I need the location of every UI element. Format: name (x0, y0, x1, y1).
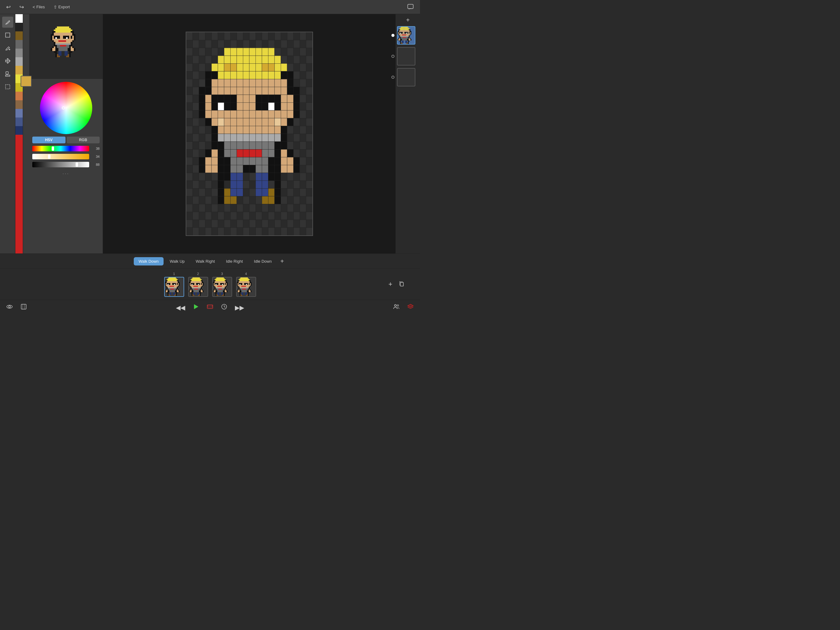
frame2-preview-canvas (189, 277, 207, 296)
color-wheel-container[interactable] (40, 82, 92, 134)
rewind-button[interactable]: ◀◀ (175, 303, 186, 313)
swatch-black[interactable] (15, 23, 23, 32)
layer2-radio[interactable] (392, 55, 395, 58)
swatch-brown[interactable] (15, 32, 23, 40)
wheel-cursor (62, 106, 65, 109)
film-button[interactable] (205, 302, 215, 313)
picker-options[interactable]: ... (62, 170, 69, 175)
frame-item-4: 4 (235, 272, 257, 297)
frame4-label: 4 (245, 272, 247, 275)
walk-up-tab[interactable]: Walk Up (165, 257, 190, 266)
select-tool[interactable] (2, 81, 13, 92)
swatch-blue3[interactable] (15, 126, 23, 135)
walk-down-tab[interactable]: Walk Down (134, 257, 164, 266)
swatch-tan1[interactable] (15, 92, 23, 100)
copy-frame-button[interactable] (398, 280, 405, 288)
canvas-area[interactable] (103, 14, 395, 253)
idle-right-tab[interactable]: Idle Right (221, 257, 248, 266)
square-tool[interactable] (2, 30, 13, 41)
layer3-preview-canvas (398, 69, 415, 86)
people-button[interactable] (392, 302, 401, 313)
sat-slider-row: 34 (32, 154, 99, 159)
frames-container: 1 2 3 4 (163, 272, 257, 297)
sat-thumb[interactable] (48, 154, 51, 159)
redo-button[interactable]: ↪ (17, 2, 27, 12)
active-color-swatch[interactable] (21, 76, 32, 87)
layer2-thumb[interactable] (397, 47, 415, 65)
val-thumb[interactable] (76, 162, 78, 167)
bottom-toolbar: ◀◀ ▶▶ (0, 300, 420, 315)
hsv-tab[interactable]: HSV (32, 136, 65, 143)
left-tools (0, 14, 15, 253)
layer2-preview-canvas (398, 47, 415, 65)
svg-rect-1 (6, 33, 10, 37)
saturation-slider[interactable] (32, 154, 89, 159)
swatch-blue1[interactable] (15, 109, 23, 117)
svg-rect-4 (6, 85, 10, 89)
frame2-thumb[interactable] (188, 277, 208, 297)
swatch-yellow1[interactable] (15, 66, 23, 74)
svg-rect-15 (212, 306, 213, 306)
layers-button[interactable] (406, 302, 415, 313)
val-slider-row: 88 (32, 162, 99, 167)
move-tool[interactable] (2, 55, 13, 66)
frame3-label: 3 (221, 272, 223, 275)
color-palette-sidebar (15, 14, 23, 253)
sprite-preview (29, 14, 103, 79)
export-button[interactable]: ⇧ Export (51, 3, 73, 11)
eye-button[interactable] (5, 302, 14, 313)
pencil-tool[interactable] (2, 17, 13, 28)
svg-rect-3 (6, 72, 8, 74)
swatch-red[interactable] (15, 135, 23, 253)
layer3-thumb[interactable] (397, 68, 415, 86)
color-wheel[interactable] (40, 82, 92, 134)
frame1-preview-canvas (165, 277, 183, 296)
add-layer-button[interactable]: + (406, 17, 410, 24)
svg-point-2 (9, 49, 10, 50)
frame4-preview-canvas (237, 277, 255, 296)
swatch-tan2[interactable] (15, 100, 23, 109)
frame4-thumb[interactable] (236, 277, 256, 297)
sat-value: 34 (91, 155, 99, 158)
svg-rect-13 (207, 306, 208, 306)
swatch-gray3[interactable] (15, 57, 23, 66)
layer1-preview-canvas (398, 27, 415, 44)
idle-down-tab[interactable]: Idle Down (249, 257, 277, 266)
swatch-gray1[interactable] (15, 40, 23, 49)
layer3-radio[interactable] (392, 76, 395, 79)
value-slider[interactable] (32, 162, 89, 167)
layer1-radio[interactable] (392, 34, 395, 37)
stamp-tool[interactable] (2, 68, 13, 79)
svg-marker-11 (194, 304, 198, 309)
preview-canvas (51, 27, 82, 66)
add-frame-button[interactable]: + (388, 280, 392, 288)
svg-rect-10 (24, 304, 25, 309)
swatch-blue2[interactable] (15, 117, 23, 126)
frame-button[interactable] (19, 302, 28, 313)
rgb-tab[interactable]: RGB (67, 136, 100, 143)
svg-point-22 (395, 304, 396, 306)
hue-slider-row: 38 (32, 146, 99, 151)
pixel-canvas[interactable] (186, 32, 313, 236)
svg-rect-16 (212, 307, 213, 307)
add-animation-tab-button[interactable]: + (278, 256, 287, 266)
clock-button[interactable] (219, 302, 229, 313)
svg-point-23 (397, 305, 399, 306)
hue-thumb[interactable] (52, 146, 54, 151)
undo-button[interactable]: ↩ (4, 2, 13, 12)
fill-tool[interactable] (2, 43, 13, 54)
svg-rect-9 (22, 304, 23, 309)
swatch-white[interactable] (15, 14, 23, 23)
files-button[interactable]: < Files (30, 3, 47, 11)
svg-point-7 (9, 306, 11, 308)
layer1-thumb[interactable] (397, 26, 415, 44)
frame3-thumb[interactable] (212, 277, 232, 297)
walk-right-tab[interactable]: Walk Right (191, 257, 220, 266)
frame1-thumb[interactable] (164, 277, 184, 297)
chat-button[interactable] (405, 2, 416, 12)
hue-slider[interactable] (32, 146, 89, 151)
play-button[interactable] (191, 302, 201, 313)
swatch-gray2[interactable] (15, 49, 23, 57)
mode-tabs: HSV RGB (32, 136, 99, 143)
forward-button[interactable]: ▶▶ (234, 303, 245, 313)
